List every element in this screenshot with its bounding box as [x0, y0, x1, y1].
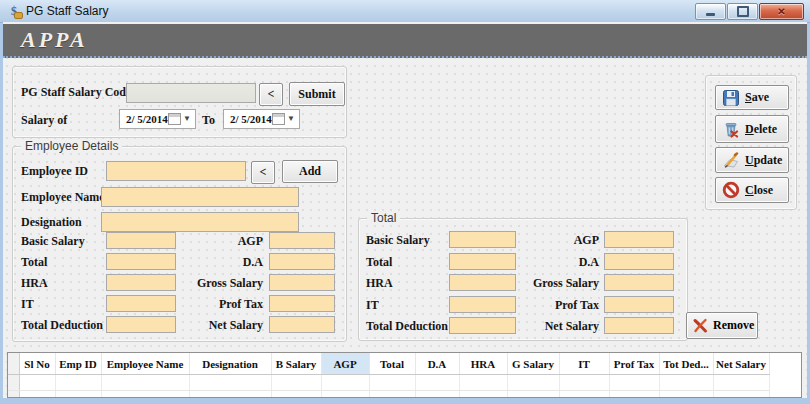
- brand-text: APPA: [21, 27, 88, 53]
- total-label: Total: [21, 255, 47, 270]
- it-label: IT: [21, 297, 34, 312]
- column-header-da[interactable]: D.A: [415, 353, 459, 375]
- salary-code-input[interactable]: [126, 83, 256, 103]
- to-label: To: [202, 113, 215, 128]
- salary-code-group: PG Staff Salary Code < Submit Salary of …: [12, 66, 347, 138]
- app-window: $ PG Staff Salary ✕ APPA PG Staff Salary…: [0, 0, 810, 404]
- from-date-value: 2/ 5/2014: [126, 113, 168, 125]
- grid-header-row: Sl No Emp ID Employee Name Designation B…: [8, 353, 769, 375]
- trash-icon: [722, 120, 740, 138]
- grid-empty-row[interactable]: [8, 391, 769, 399]
- total-group: Total Basic Salary AGP Total D.A HRA Gro…: [358, 218, 688, 341]
- submit-button[interactable]: Submit: [289, 82, 345, 106]
- salary-code-browse-button[interactable]: <: [259, 83, 283, 106]
- agp-input[interactable]: [269, 232, 335, 249]
- employee-name-label: Employee Name: [21, 190, 105, 205]
- grid-empty-row[interactable]: [8, 375, 769, 391]
- column-header-net-salary[interactable]: Net Salary: [713, 353, 769, 375]
- total-deduction-label: Total Deduction: [21, 318, 103, 333]
- designation-label: Designation: [21, 215, 82, 230]
- column-header-sl-no[interactable]: Sl No: [19, 353, 55, 375]
- column-header-employee-name[interactable]: Employee Name: [101, 353, 189, 375]
- floppy-disk-icon: [722, 89, 740, 107]
- column-header-hra[interactable]: HRA: [459, 353, 507, 375]
- column-header-agp[interactable]: AGP: [321, 353, 369, 375]
- designation-input[interactable]: [101, 212, 299, 232]
- employee-details-group: Employee Details Employee ID < Add Emplo…: [12, 146, 347, 342]
- total-prof-tax-input[interactable]: [604, 296, 674, 313]
- column-header-tot-ded[interactable]: Tot Ded...: [659, 353, 713, 375]
- delete-button[interactable]: Delete: [715, 115, 789, 143]
- close-button[interactable]: Close: [715, 177, 789, 203]
- total-prof-tax-label: Prof Tax: [499, 298, 599, 313]
- total-total-label: Total: [366, 255, 392, 270]
- employee-details-title: Employee Details: [21, 139, 122, 153]
- total-it-label: IT: [366, 298, 379, 313]
- red-x-icon: [692, 317, 709, 334]
- total-da-input[interactable]: [604, 253, 674, 270]
- add-button[interactable]: Add: [282, 160, 338, 183]
- actions-group: Save Delete Update: [705, 75, 797, 210]
- gross-salary-input[interactable]: [269, 274, 335, 291]
- column-header-prof-tax[interactable]: Prof Tax: [609, 353, 659, 375]
- close-window-button[interactable]: ✕: [759, 3, 804, 20]
- agp-label: AGP: [163, 234, 263, 249]
- dollar-app-icon: $: [7, 4, 21, 18]
- salary-data-grid: Sl No Emp ID Employee Name Designation B…: [7, 352, 802, 398]
- hra-label: HRA: [21, 276, 48, 291]
- basic-salary-label: Basic Salary: [21, 234, 85, 249]
- app-banner: APPA: [3, 24, 807, 58]
- form-client-area: APPA PG Staff Salary Code < Submit Salar…: [3, 22, 807, 398]
- net-salary-input[interactable]: [269, 316, 335, 333]
- update-button[interactable]: Update: [715, 147, 789, 173]
- employee-id-input[interactable]: [106, 161, 246, 181]
- da-input[interactable]: [269, 253, 335, 270]
- gross-salary-label: Gross Salary: [163, 276, 263, 291]
- salary-of-label: Salary of: [21, 113, 67, 128]
- calendar-icon: [168, 113, 181, 125]
- total-gross-salary-label: Gross Salary: [499, 276, 599, 291]
- close-icon: ✕: [777, 6, 785, 17]
- maximize-icon: [737, 6, 749, 17]
- employee-id-label: Employee ID: [21, 164, 88, 179]
- minimize-button[interactable]: [695, 3, 726, 20]
- total-net-salary-input[interactable]: [604, 317, 674, 334]
- total-total-deduction-label: Total Deduction: [366, 319, 448, 334]
- column-header-g-salary[interactable]: G Salary: [507, 353, 559, 375]
- total-net-salary-label: Net Salary: [499, 319, 599, 334]
- column-header-b-salary[interactable]: B Salary: [271, 353, 321, 375]
- save-button[interactable]: Save: [715, 85, 789, 110]
- employee-id-browse-button[interactable]: <: [251, 161, 275, 184]
- from-date-picker[interactable]: 2/ 5/2014 ▼: [119, 109, 196, 129]
- to-date-value: 2/ 5/2014: [230, 113, 272, 125]
- grid-corner-header[interactable]: [8, 353, 19, 375]
- da-label: D.A: [163, 255, 263, 270]
- column-header-it[interactable]: IT: [559, 353, 609, 375]
- maximize-button[interactable]: [727, 3, 758, 20]
- total-da-label: D.A: [499, 255, 599, 270]
- chevron-down-icon: ▼: [183, 115, 191, 123]
- total-agp-input[interactable]: [604, 231, 674, 248]
- pencil-note-icon: [722, 151, 740, 169]
- calendar-icon: [272, 113, 285, 125]
- remove-button[interactable]: Remove: [686, 312, 758, 339]
- net-salary-label: Net Salary: [163, 318, 263, 333]
- titlebar: $ PG Staff Salary ✕: [0, 0, 810, 23]
- window-title: PG Staff Salary: [26, 4, 108, 18]
- window-controls: ✕: [695, 3, 804, 20]
- total-gross-salary-input[interactable]: [604, 274, 674, 291]
- column-header-emp-id[interactable]: Emp ID: [55, 353, 101, 375]
- employee-name-input[interactable]: [101, 187, 299, 207]
- salary-code-label: PG Staff Salary Code: [21, 85, 131, 100]
- no-entry-icon: [722, 181, 740, 199]
- prof-tax-input[interactable]: [269, 295, 335, 312]
- total-agp-label: AGP: [499, 233, 599, 248]
- column-header-total[interactable]: Total: [369, 353, 415, 375]
- column-header-designation[interactable]: Designation: [189, 353, 271, 375]
- minimize-icon: [706, 13, 715, 16]
- prof-tax-label: Prof Tax: [163, 297, 263, 312]
- to-date-picker[interactable]: 2/ 5/2014 ▼: [223, 109, 300, 129]
- remove-button-label: Remove: [713, 318, 754, 333]
- total-basic-salary-label: Basic Salary: [366, 233, 430, 248]
- total-hra-label: HRA: [366, 276, 393, 291]
